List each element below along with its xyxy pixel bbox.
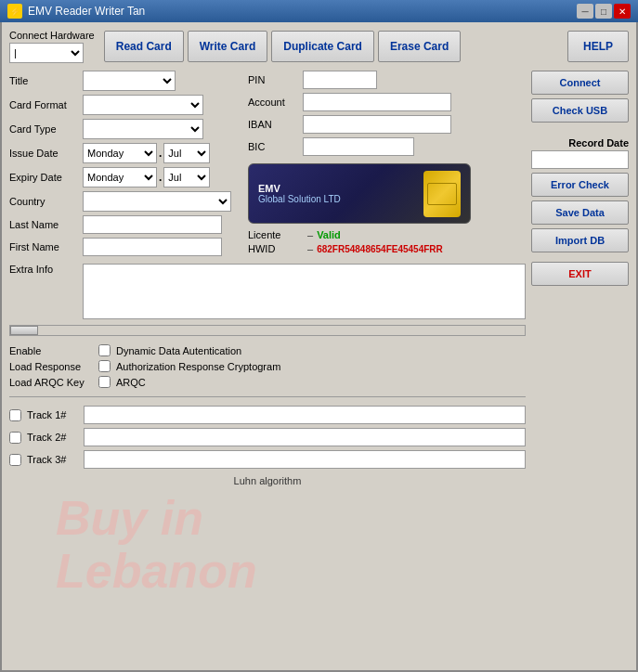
license-status: Valid xyxy=(317,229,341,240)
track2-input[interactable] xyxy=(84,428,526,446)
track1-input[interactable] xyxy=(84,406,526,424)
enable-label: Enable xyxy=(9,345,93,356)
import-db-button[interactable]: Import DB xyxy=(531,228,629,252)
scrollbar-thumb[interactable] xyxy=(10,326,38,335)
luhn-label: Luhn algorithm xyxy=(234,475,302,486)
window-title: EMV Reader Writer Tan xyxy=(28,5,145,18)
issue-date-day-select[interactable]: Monday xyxy=(83,143,157,163)
card-line1: EMV xyxy=(258,183,341,194)
card-type-select[interactable] xyxy=(83,119,203,139)
pin-input[interactable] xyxy=(303,71,377,89)
extra-info-textarea[interactable] xyxy=(83,264,526,319)
bic-input[interactable] xyxy=(303,137,414,156)
country-select[interactable] xyxy=(83,191,231,212)
expiry-date-month-select[interactable]: Jul xyxy=(163,167,210,187)
title-label: Title xyxy=(9,75,79,86)
hwid-value: 682FR54848654FE45454FRR xyxy=(317,244,443,254)
card-chip-icon xyxy=(423,171,461,217)
license-dash: – xyxy=(307,229,313,240)
erase-card-button[interactable]: Erase Card xyxy=(378,31,461,62)
license-label: Licente xyxy=(248,229,304,240)
read-card-button[interactable]: Read Card xyxy=(104,31,184,62)
extra-info-label: Extra Info xyxy=(9,264,79,275)
record-date-label: Record Date xyxy=(531,137,629,149)
arqc-checkbox[interactable] xyxy=(98,376,111,388)
connect-hardware-label: Connect Hardware xyxy=(9,30,95,41)
iban-input[interactable] xyxy=(303,115,451,134)
help-button[interactable]: HELP xyxy=(567,31,629,62)
save-data-button[interactable]: Save Data xyxy=(531,200,629,225)
duplicate-card-button[interactable]: Duplicate Card xyxy=(271,31,374,62)
issue-date-dot: . xyxy=(159,147,162,160)
record-date-input[interactable] xyxy=(531,150,629,169)
card-line2: Global Solution LTD xyxy=(258,194,341,204)
connect-button[interactable]: Connect xyxy=(531,71,629,95)
card-image: EMV Global Solution LTD xyxy=(248,163,471,224)
first-name-label: First Name xyxy=(9,241,79,252)
track1-checkbox[interactable] xyxy=(9,409,21,421)
dda-checkbox[interactable] xyxy=(98,344,111,356)
arc-label: Authorization Response Cryptogram xyxy=(116,361,280,372)
account-input[interactable] xyxy=(303,93,451,111)
maximize-button[interactable]: □ xyxy=(595,4,612,19)
track1-label: Track 1# xyxy=(27,409,78,420)
arqc-label: ARQC xyxy=(116,377,146,388)
connect-hardware-select[interactable]: | xyxy=(9,43,84,63)
issue-date-label: Issue Date xyxy=(9,148,79,159)
hwid-dash: – xyxy=(307,243,313,254)
first-name-input[interactable] xyxy=(83,238,222,256)
error-check-button[interactable]: Error Check xyxy=(531,173,629,197)
expiry-date-day-select[interactable]: Monday xyxy=(83,167,157,187)
scrollbar[interactable] xyxy=(9,325,526,336)
country-label: Country xyxy=(9,196,79,207)
card-type-label: Card Type xyxy=(9,123,79,135)
load-arqc-label: Load ARQC Key xyxy=(9,377,93,388)
pin-label: PIN xyxy=(248,74,299,85)
bic-label: BIC xyxy=(248,141,299,152)
last-name-label: Last Name xyxy=(9,219,79,230)
close-button[interactable]: ✕ xyxy=(614,4,631,19)
write-card-button[interactable]: Write Card xyxy=(188,31,267,62)
track2-checkbox[interactable] xyxy=(9,432,21,444)
minimize-button[interactable]: ─ xyxy=(577,4,593,19)
iban-label: IBAN xyxy=(248,119,299,130)
exit-button[interactable]: EXIT xyxy=(531,262,629,286)
issue-date-month-select[interactable]: Jul xyxy=(163,143,210,163)
load-response-label: Load Response xyxy=(9,361,93,372)
expiry-date-dot: . xyxy=(159,171,162,184)
check-usb-button[interactable]: Check USB xyxy=(531,98,629,123)
expiry-date-label: Expiry Date xyxy=(9,172,79,183)
track3-input[interactable] xyxy=(84,450,526,469)
dda-label: Dynamic Data Autentication xyxy=(116,345,241,356)
app-icon: ⚡ xyxy=(7,4,22,19)
arc-checkbox[interactable] xyxy=(98,360,111,372)
card-format-select[interactable] xyxy=(83,95,203,115)
card-format-label: Card Format xyxy=(9,99,79,110)
last-name-input[interactable] xyxy=(83,215,222,234)
track3-label: Track 3# xyxy=(27,454,78,465)
track2-label: Track 2# xyxy=(27,432,78,443)
hwid-label: HWID xyxy=(248,243,304,254)
title-select[interactable] xyxy=(83,71,176,91)
track3-checkbox[interactable] xyxy=(9,454,21,466)
account-label: Account xyxy=(248,97,299,108)
